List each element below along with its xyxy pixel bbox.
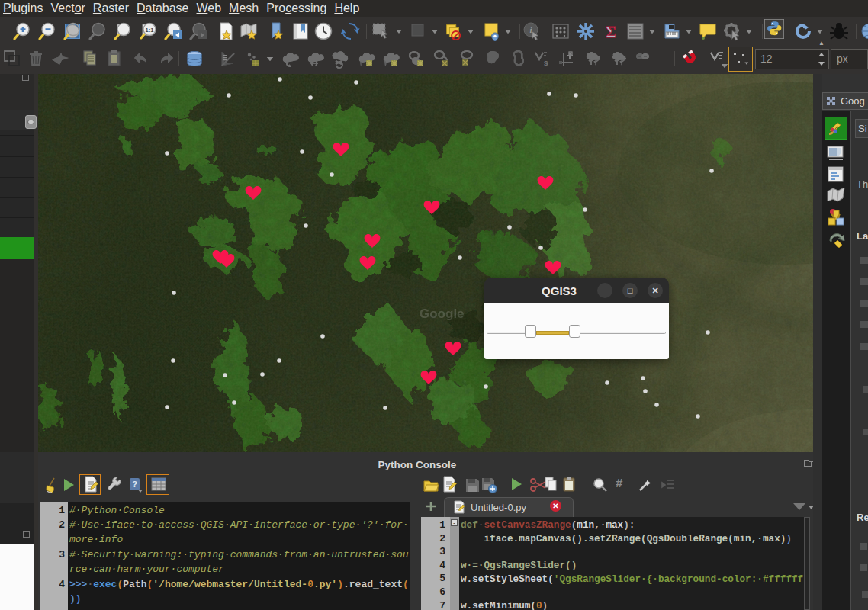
- svg-text:1:1: 1:1: [146, 27, 154, 34]
- svg-text:?: ?: [132, 480, 137, 489]
- svg-text:Google: Google: [420, 307, 465, 321]
- svg-text:Σ: Σ: [606, 22, 616, 41]
- svg-text:s: s: [544, 59, 548, 67]
